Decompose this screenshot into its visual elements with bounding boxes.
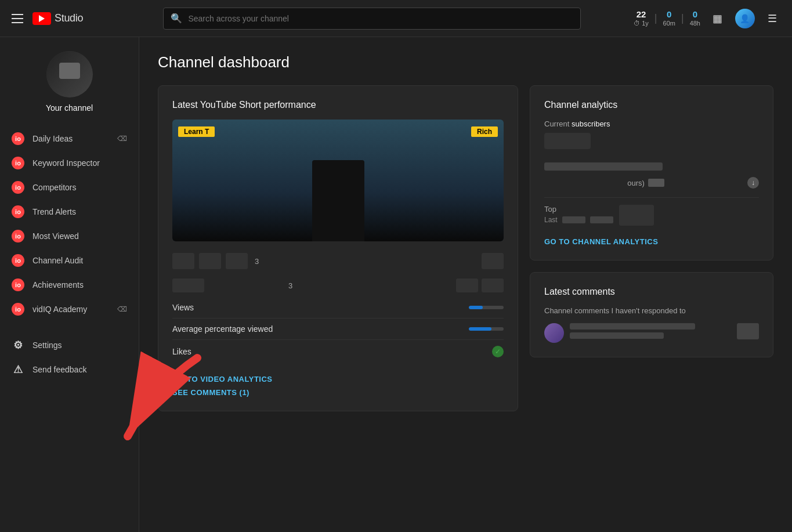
sidebar-label-channel-audit: Channel Audit	[32, 256, 83, 265]
sidebar-item-channel-audit[interactable]: io Channel Audit	[0, 248, 139, 273]
sidebar-item-competitors[interactable]: io Competitors	[0, 175, 139, 200]
most-viewed-icon: io	[12, 230, 24, 243]
top-video-thumb	[619, 205, 654, 226]
comment-bar-1	[570, 323, 695, 330]
sidebar-label-settings: Settings	[32, 341, 62, 350]
metric-likes: Likes ✓	[172, 340, 504, 363]
sidebar: Your channel io Daily Ideas ⌫ io Keyword…	[0, 37, 139, 532]
latest-comments-card: Latest comments Channel comments I haven…	[530, 272, 773, 357]
feedback-icon: ⚠	[12, 363, 24, 376]
analytics-actions: GO TO CHANNEL ANALYTICS	[544, 237, 759, 246]
main-content: Channel dashboard Latest YouTube Short p…	[139, 37, 792, 532]
commenter-avatar	[544, 323, 564, 343]
thumbnail-figure	[312, 160, 364, 241]
channel-avatar[interactable]	[46, 51, 93, 97]
thumbnail-overlay-right: Rich	[471, 126, 498, 137]
sidebar-label-most-viewed: Most Viewed	[32, 231, 79, 241]
sidebar-label-achievements: Achievements	[32, 280, 84, 289]
go-to-video-analytics-link[interactable]: GO TO VIDEO ANALYTICS	[172, 375, 504, 383]
external-icon-daily-ideas: ⌫	[117, 135, 127, 143]
views-bar	[469, 306, 504, 309]
see-comments-link[interactable]: SEE COMMENTS (1)	[172, 388, 504, 397]
stat-divider2: |	[681, 12, 684, 24]
bar-chart-icon[interactable]: ▦	[707, 8, 728, 29]
sidebar-item-trend-alerts[interactable]: io Trend Alerts	[0, 200, 139, 224]
top-label: Top	[544, 205, 613, 213]
trend-alerts-icon: io	[12, 205, 24, 218]
sidebar-label-daily-ideas: Daily Ideas	[32, 134, 73, 143]
sidebar-item-settings[interactable]: ⚙ Settings	[0, 333, 139, 357]
youtube-icon	[32, 12, 51, 25]
comments-subtitle: Channel comments I haven't responded to	[544, 306, 759, 315]
daily-ideas-icon: io	[12, 132, 24, 145]
clock-icon: ⏱	[634, 20, 640, 27]
subscribers-label: Current subscribers	[544, 120, 759, 128]
metric-views: Views	[172, 297, 504, 319]
last-label: Last	[544, 216, 558, 224]
sidebar-label-keyword-inspector: Keyword Inspector	[32, 158, 100, 168]
competitors-icon: io	[12, 181, 24, 194]
progress-box-2	[482, 278, 504, 292]
settings-icon: ⚙	[12, 339, 24, 352]
analytics-right: ours)	[627, 179, 664, 187]
stat-48h-number: 0	[693, 9, 697, 20]
sidebar-item-most-viewed[interactable]: io Most Viewed	[0, 224, 139, 248]
stat-pill-right	[482, 253, 504, 269]
stat-num-3: 3	[252, 257, 261, 266]
sidebar-nav: io Daily Ideas ⌫ io Keyword Inspector io…	[0, 122, 139, 386]
stat-pill-2	[199, 253, 221, 269]
last-row: Last	[544, 216, 613, 224]
top-section: Top Last	[544, 205, 759, 226]
comment-item	[544, 323, 759, 343]
last-val	[562, 216, 585, 223]
avg-bar-fill	[469, 327, 491, 331]
stat-60m-label: 60m	[663, 20, 675, 27]
analytics-number-row: ours) ↓	[544, 175, 759, 190]
channel-name: Your channel	[46, 103, 93, 113]
down-icon: ↓	[747, 177, 759, 189]
stat-0-60m: 0 60m	[663, 9, 675, 27]
more-options-icon[interactable]: ☰	[762, 8, 783, 29]
search-input[interactable]	[188, 14, 573, 23]
analytics-card-title: Channel analytics	[544, 100, 759, 110]
stat-22-number: 22	[637, 9, 646, 20]
metric-views-name: Views	[172, 303, 194, 312]
channel-analytics-card: Channel analytics Current subscribers	[530, 85, 773, 260]
sidebar-item-vidiq-academy[interactable]: io vidIQ Academy ⌫	[0, 297, 139, 321]
go-to-channel-analytics-link[interactable]: GO TO CHANNEL ANALYTICS	[544, 237, 759, 246]
avg-bar	[469, 327, 504, 331]
metric-likes-value: ✓	[492, 346, 504, 357]
search-bar: 🔍	[163, 8, 581, 30]
sidebar-item-keyword-inspector[interactable]: io Keyword Inspector	[0, 151, 139, 175]
subscribers-bold: subscribers	[572, 120, 610, 128]
sidebar-label-send-feedback: Send feedback	[32, 365, 86, 374]
comment-bar-2	[570, 332, 664, 339]
user-avatar[interactable]: 👤	[735, 9, 755, 28]
sidebar-item-send-feedback[interactable]: ⚠ Send feedback	[0, 357, 139, 382]
stat-0-48h: 0 48h	[690, 9, 700, 27]
sidebar-item-daily-ideas[interactable]: io Daily Ideas ⌫	[0, 126, 139, 151]
comment-content	[570, 323, 726, 339]
subscribers-box	[544, 133, 591, 149]
likes-check-icon: ✓	[492, 346, 504, 357]
logo[interactable]: Studio	[32, 12, 83, 25]
sidebar-label-vidiq-academy: vidIQ Academy	[32, 305, 87, 314]
analytics-blurred-area	[544, 162, 759, 171]
header-left: Studio	[9, 12, 137, 26]
sidebar-label-trend-alerts: Trend Alerts	[32, 207, 76, 216]
video-stats-row: 3	[172, 248, 504, 274]
views-bar-fill	[469, 306, 483, 309]
stat-pill-3	[226, 253, 248, 269]
top-left: Top Last	[544, 205, 613, 224]
main-layout: Your channel io Daily Ideas ⌫ io Keyword…	[0, 37, 792, 532]
hamburger-icon[interactable]	[9, 12, 26, 26]
metric-avg-value	[469, 327, 504, 331]
achievements-icon: io	[12, 278, 24, 291]
stat-divider1: |	[654, 12, 657, 24]
metric-views-value	[469, 306, 504, 309]
last-val2	[590, 216, 613, 223]
stat-22: 22 ⏱ 1y	[634, 9, 649, 27]
dash-box	[648, 179, 664, 187]
sidebar-item-achievements[interactable]: io Achievements	[0, 273, 139, 297]
progress-num: 3	[288, 281, 292, 290]
